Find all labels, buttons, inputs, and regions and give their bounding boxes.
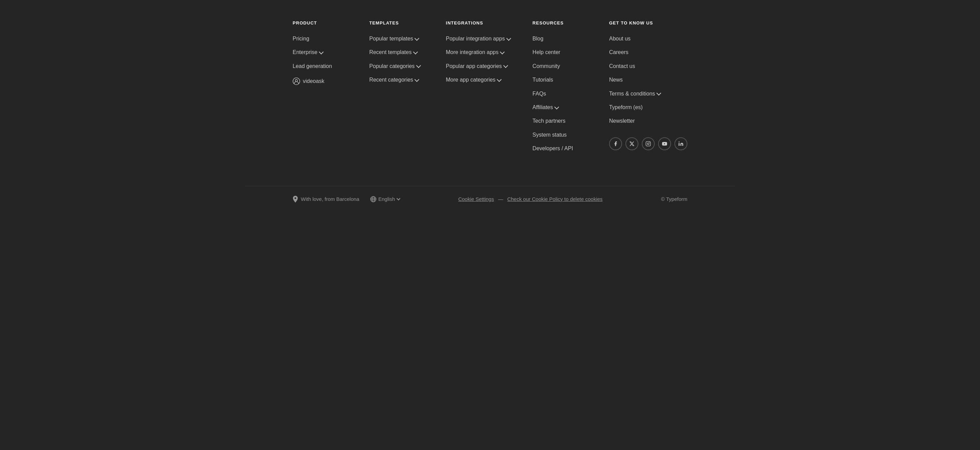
resources-heading: RESOURCES — [533, 21, 587, 25]
recent-templates-link[interactable]: Recent templates — [369, 49, 424, 56]
chevron-icon — [554, 105, 559, 109]
chevron-icon — [414, 77, 419, 82]
more-app-categories-link[interactable]: More app categories — [446, 76, 510, 84]
location-text: With love, from Barcelona — [293, 196, 360, 203]
faqs-link[interactable]: FAQs — [533, 90, 587, 98]
copyright-text: © Typeform — [661, 196, 687, 202]
facebook-button[interactable] — [609, 137, 622, 150]
chevron-icon — [506, 36, 511, 41]
cookie-settings-link[interactable]: Cookie Settings — [458, 196, 494, 202]
location-icon — [293, 196, 298, 203]
templates-heading: TEMPLATES — [369, 21, 424, 25]
typeform-es-link[interactable]: Typeform (es) — [609, 104, 687, 111]
get-to-know-column: GET TO KNOW US About us Careers Contact … — [609, 21, 687, 159]
youtube-button[interactable] — [658, 137, 671, 150]
newsletter-link[interactable]: Newsletter — [609, 117, 687, 125]
language-selector[interactable]: English — [370, 196, 400, 202]
tutorials-link[interactable]: Tutorials — [533, 76, 587, 84]
integrations-heading: INTEGRATIONS — [446, 21, 510, 25]
more-integration-apps-link[interactable]: More integration apps — [446, 49, 510, 56]
videoask-link[interactable]: videoask — [293, 78, 347, 85]
footer-columns: PRODUCT Pricing Enterprise Lead generati… — [293, 21, 687, 159]
language-chevron-icon — [396, 196, 400, 200]
svg-rect-6 — [679, 143, 679, 146]
social-row — [609, 137, 687, 150]
footer-main: PRODUCT Pricing Enterprise Lead generati… — [245, 0, 735, 179]
enterprise-link[interactable]: Enterprise — [293, 49, 347, 56]
twitter-button[interactable] — [625, 137, 638, 150]
footer-bottom: With love, from Barcelona English Cookie… — [245, 186, 735, 212]
about-us-link[interactable]: About us — [609, 35, 687, 43]
contact-us-link[interactable]: Contact us — [609, 63, 687, 70]
linkedin-button[interactable] — [675, 137, 687, 150]
svg-point-3 — [647, 143, 649, 144]
careers-link[interactable]: Careers — [609, 49, 687, 56]
popular-categories-link[interactable]: Popular categories — [369, 63, 424, 70]
chevron-icon — [500, 50, 504, 54]
developers-api-link[interactable]: Developers / API — [533, 145, 587, 152]
terms-conditions-link[interactable]: Terms & conditions — [609, 90, 687, 98]
linkedin-icon — [678, 141, 684, 146]
integrations-column: INTEGRATIONS Popular integration apps Mo… — [446, 21, 510, 159]
affiliates-link[interactable]: Affiliates — [533, 104, 587, 111]
popular-templates-link[interactable]: Popular templates — [369, 35, 424, 43]
recent-categories-link[interactable]: Recent categories — [369, 76, 424, 84]
resources-column: RESOURCES Blog Help center Community Tut… — [533, 21, 587, 159]
cookie-policy-link[interactable]: Check our Cookie Policy to delete cookie… — [508, 196, 603, 202]
popular-integration-apps-link[interactable]: Popular integration apps — [446, 35, 510, 43]
globe-icon — [370, 196, 376, 202]
videoask-icon — [293, 78, 300, 85]
chevron-icon — [416, 63, 421, 68]
instagram-icon — [646, 141, 651, 146]
facebook-icon — [613, 141, 618, 146]
chevron-icon — [414, 36, 419, 41]
community-link[interactable]: Community — [533, 63, 587, 70]
bottom-center: Cookie Settings — Check our Cookie Polic… — [458, 196, 603, 202]
popular-app-categories-link[interactable]: Popular app categories — [446, 63, 510, 70]
youtube-icon — [662, 141, 667, 146]
lead-generation-link[interactable]: Lead generation — [293, 63, 347, 70]
blog-link[interactable]: Blog — [533, 35, 587, 43]
get-to-know-heading: GET TO KNOW US — [609, 21, 687, 25]
svg-rect-2 — [646, 141, 650, 146]
templates-column: TEMPLATES Popular templates Recent templ… — [369, 21, 424, 159]
chevron-icon — [503, 63, 508, 68]
chevron-icon — [413, 50, 418, 54]
pricing-link[interactable]: Pricing — [293, 35, 347, 43]
tech-partners-link[interactable]: Tech partners — [533, 117, 587, 125]
bottom-left: With love, from Barcelona English — [293, 196, 400, 203]
system-status-link[interactable]: System status — [533, 131, 587, 139]
help-center-link[interactable]: Help center — [533, 49, 587, 56]
news-link[interactable]: News — [609, 76, 687, 84]
twitter-icon — [629, 141, 635, 146]
product-heading: PRODUCT — [293, 21, 347, 25]
chevron-icon — [319, 50, 324, 54]
chevron-icon — [497, 77, 501, 82]
svg-point-1 — [295, 79, 298, 82]
chevron-icon — [656, 91, 661, 95]
svg-point-7 — [679, 141, 679, 143]
product-column: PRODUCT Pricing Enterprise Lead generati… — [293, 21, 347, 159]
instagram-button[interactable] — [642, 137, 655, 150]
